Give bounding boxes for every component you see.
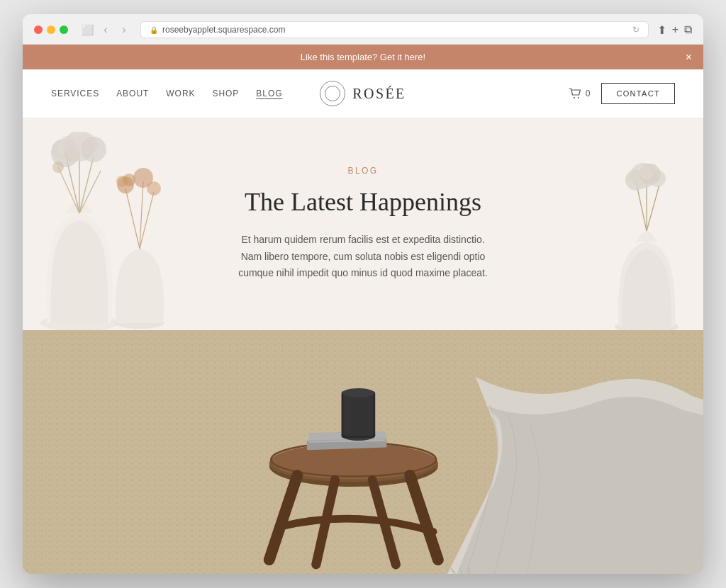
tabs-button[interactable]: ⧉: [684, 23, 692, 37]
hero-right-decoration: [562, 153, 703, 330]
svg-point-1: [578, 97, 579, 98]
svg-line-18: [140, 181, 143, 249]
svg-point-12: [64, 145, 81, 162]
browser-nav-buttons: ⬜ ‹ ›: [79, 22, 132, 38]
svg-point-24: [147, 181, 161, 196]
hero-section: BLOG The Latest Happenings Et harum quid…: [23, 118, 703, 330]
hero-label: BLOG: [235, 166, 491, 176]
svg-point-33: [640, 166, 654, 180]
announcement-bar: Like this template? Get it here! ×: [23, 45, 703, 69]
maximize-button[interactable]: [60, 26, 68, 34]
refresh-icon[interactable]: ↻: [632, 25, 640, 35]
forward-arrow[interactable]: ›: [116, 22, 132, 38]
cart-icon: [569, 88, 583, 99]
nav-item-about[interactable]: ABOUT: [116, 89, 149, 98]
svg-point-15: [81, 137, 106, 162]
svg-line-6: [79, 157, 94, 213]
nav-item-services[interactable]: SERVICES: [51, 89, 99, 98]
svg-point-2: [40, 315, 118, 330]
new-tab-button[interactable]: +: [672, 23, 678, 37]
svg-point-13: [64, 132, 95, 162]
announcement-close-button[interactable]: ×: [686, 51, 692, 64]
announcement-text: Like this template? Get it here!: [301, 52, 425, 62]
blog-scene-svg: [23, 330, 703, 574]
hero-description: Et harum quidem rerum facilis est et exp…: [235, 232, 491, 282]
svg-point-9: [51, 139, 79, 167]
logo-circle-icon: [320, 81, 345, 106]
svg-line-19: [140, 192, 154, 249]
svg-point-30: [630, 163, 656, 188]
svg-point-31: [640, 164, 661, 185]
minimize-button[interactable]: [47, 26, 55, 34]
cart-count: 0: [586, 89, 591, 98]
nav-item-work[interactable]: WORK: [166, 89, 195, 98]
address-bar[interactable]: 🔒 roseebyapplet.squarespace.com ↻: [140, 21, 649, 38]
cart-button[interactable]: 0: [569, 88, 591, 99]
svg-point-21: [116, 176, 128, 187]
lock-icon: 🔒: [150, 26, 158, 34]
svg-point-16: [52, 162, 64, 173]
blog-featured-image: [23, 330, 703, 574]
share-button[interactable]: ⬆: [657, 23, 666, 37]
svg-line-8: [79, 171, 101, 213]
svg-rect-50: [345, 394, 352, 434]
nav-item-blog[interactable]: BLOG: [256, 89, 282, 98]
contact-button[interactable]: CONTACT: [601, 83, 675, 104]
logo-text: ROSÉE: [352, 86, 406, 102]
browser-right-actions: ⬆ + ⧉: [657, 23, 692, 37]
close-button[interactable]: [34, 26, 43, 34]
svg-line-7: [58, 167, 79, 213]
svg-point-29: [625, 169, 647, 191]
hero-title: The Latest Happenings: [235, 187, 491, 217]
website-content: Like this template? Get it here! × SERVI…: [23, 45, 703, 574]
svg-line-26: [636, 181, 647, 231]
nav-left: SERVICES ABOUT WORK SHOP BLOG: [51, 89, 320, 98]
blog-image-section: [23, 330, 703, 574]
nav-item-shop[interactable]: SHOP: [212, 89, 239, 98]
svg-point-3: [115, 317, 164, 329]
svg-line-17: [125, 188, 140, 249]
hero-left-decoration: [23, 132, 235, 330]
back-arrow[interactable]: ‹: [98, 22, 113, 38]
svg-point-32: [649, 170, 666, 187]
nav-logo[interactable]: ROSÉE: [320, 81, 406, 106]
back-button[interactable]: ⬜: [79, 22, 95, 38]
svg-point-10: [52, 140, 72, 159]
svg-line-4: [65, 153, 79, 213]
svg-point-20: [117, 176, 134, 193]
browser-window: ⬜ ‹ › 🔒 roseebyapplet.squarespace.com ↻ …: [23, 14, 703, 574]
svg-point-14: [75, 133, 98, 156]
svg-point-23: [133, 168, 153, 188]
nav-right: 0 CONTACT: [406, 83, 675, 104]
traffic-lights: [34, 26, 68, 34]
hero-content: BLOG The Latest Happenings Et harum quid…: [221, 137, 505, 311]
svg-point-11: [57, 136, 80, 159]
url-text: roseebyapplet.squarespace.com: [162, 25, 285, 35]
svg-point-25: [615, 320, 678, 330]
navbar: SERVICES ABOUT WORK SHOP BLOG ROSÉE 0: [23, 69, 703, 118]
svg-line-28: [647, 185, 659, 231]
svg-point-0: [574, 97, 575, 98]
browser-chrome: ⬜ ‹ › 🔒 roseebyapplet.squarespace.com ↻ …: [23, 14, 703, 45]
svg-point-22: [123, 174, 135, 186]
